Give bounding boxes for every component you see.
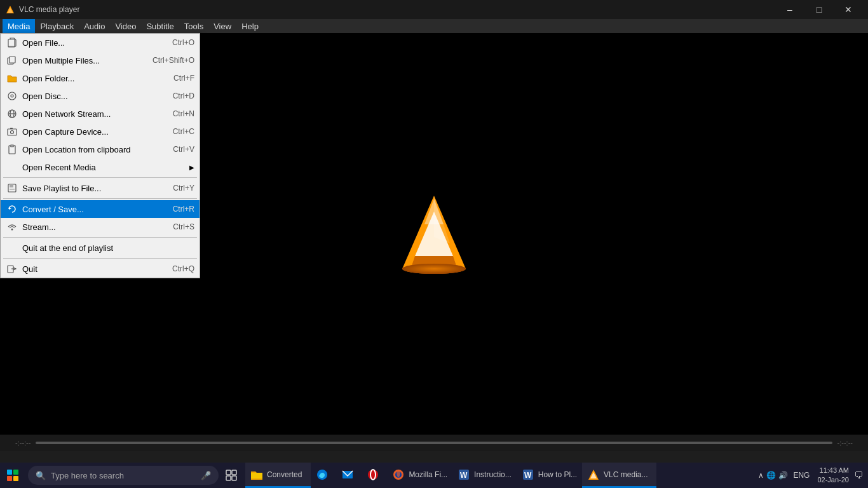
menu-item-open-multiple[interactable]: Open Multiple Files... Ctrl+Shift+O xyxy=(1,51,200,69)
search-placeholder: Type here to search xyxy=(51,471,196,480)
menu-help[interactable]: Help xyxy=(236,19,264,33)
svg-marker-28 xyxy=(434,196,450,243)
separator-2 xyxy=(3,198,197,199)
open-file-icon xyxy=(6,36,18,49)
taskbar-app-how-to[interactable]: W How to Pl... xyxy=(517,463,582,488)
vlc-app-label: VLC media... xyxy=(604,470,648,479)
svg-rect-32 xyxy=(232,476,236,480)
word2-icon: W xyxy=(522,468,534,481)
separator-1 xyxy=(3,177,197,178)
menu-item-open-recent[interactable]: Open Recent Media ▶ xyxy=(1,158,200,176)
title-bar-title: VLC media player xyxy=(19,5,79,14)
vlc-title-icon xyxy=(5,4,15,15)
task-view-icon xyxy=(226,470,237,481)
tray-clock[interactable]: 11:43 AM 02-Jan-20 xyxy=(815,466,851,485)
mail-icon xyxy=(341,468,354,481)
svg-point-27 xyxy=(402,264,466,274)
title-bar-left: VLC media player xyxy=(5,4,79,15)
svg-point-19 xyxy=(11,229,13,231)
opera-icon xyxy=(367,468,379,481)
notification-icon[interactable]: 🗨 xyxy=(854,470,863,480)
menu-playback[interactable]: Playback xyxy=(35,19,79,33)
close-button[interactable]: ✕ xyxy=(834,0,863,19)
open-recent-icon xyxy=(6,161,18,173)
svg-text:W: W xyxy=(460,471,468,480)
time-elapsed: -:--:-- xyxy=(15,439,31,447)
maximize-button[interactable]: □ xyxy=(804,0,834,19)
open-multiple-icon xyxy=(6,54,18,67)
menu-tools[interactable]: Tools xyxy=(179,19,208,33)
tray-sound-icon[interactable]: 🔊 xyxy=(778,471,788,480)
taskbar-search[interactable]: 🔍 Type here to search 🎤 xyxy=(28,466,219,485)
taskbar: 🔍 Type here to search 🎤 Converted xyxy=(0,463,868,488)
quit-icon xyxy=(6,262,18,275)
taskbar-app-instruction[interactable]: W Instructio... xyxy=(452,463,517,488)
taskbar-app-converted[interactable]: Converted xyxy=(245,463,311,488)
menu-media[interactable]: Media xyxy=(3,19,35,33)
taskbar-app-opera[interactable] xyxy=(362,463,387,488)
firefox-icon xyxy=(392,468,405,481)
svg-rect-12 xyxy=(10,128,13,129)
edge-icon xyxy=(316,468,329,481)
svg-point-5 xyxy=(8,92,16,100)
svg-rect-16 xyxy=(10,184,13,187)
time-remaining: -:--:-- xyxy=(837,439,853,447)
open-disc-icon xyxy=(6,90,18,102)
open-capture-icon xyxy=(6,125,18,138)
tray-up-arrow[interactable]: ∧ xyxy=(758,471,764,480)
taskbar-app-edge[interactable] xyxy=(311,463,336,488)
svg-point-11 xyxy=(11,131,14,134)
task-view-button[interactable] xyxy=(219,463,244,488)
menu-item-stream[interactable]: Stream... Ctrl+S xyxy=(1,218,200,236)
file-explorer-icon xyxy=(250,468,263,481)
tray-network-icon[interactable]: 🌐 xyxy=(766,471,776,480)
menu-view[interactable]: View xyxy=(208,19,236,33)
menu-item-quit[interactable]: Quit Ctrl+Q xyxy=(1,260,200,278)
menu-item-convert-save[interactable]: Convert / Save... Ctrl+R xyxy=(1,200,200,218)
menu-video[interactable]: Video xyxy=(110,19,141,33)
seek-bar-area: -:--:-- -:--:-- xyxy=(0,435,868,451)
tray-language[interactable]: ENG xyxy=(790,471,812,480)
menu-item-quit-end[interactable]: Quit at the end of playlist xyxy=(1,239,200,257)
vlc-taskbar-icon xyxy=(587,468,600,481)
instruction-app-label: Instructio... xyxy=(474,470,512,479)
menu-audio[interactable]: Audio xyxy=(79,19,110,33)
convert-save-icon xyxy=(6,203,18,215)
menu-item-open-folder[interactable]: Open Folder... Ctrl+F xyxy=(1,69,200,87)
quit-end-icon xyxy=(6,241,18,254)
system-tray: ∧ 🌐 🔊 ENG 11:43 AM 02-Jan-20 🗨 xyxy=(753,466,868,485)
menu-item-open-file[interactable]: Open File... Ctrl+O xyxy=(1,34,200,51)
svg-point-34 xyxy=(368,470,378,480)
menu-item-save-playlist[interactable]: Save Playlist to File... Ctrl+Y xyxy=(1,179,200,197)
svg-rect-31 xyxy=(226,476,231,480)
minimize-button[interactable]: – xyxy=(775,0,804,19)
title-bar: VLC media player – □ ✕ xyxy=(0,0,868,19)
separator-3 xyxy=(3,237,197,238)
taskbar-app-vlc[interactable]: VLC media... xyxy=(582,463,656,488)
open-clipboard-icon xyxy=(6,143,18,156)
microphone-icon[interactable]: 🎤 xyxy=(201,471,211,480)
svg-rect-29 xyxy=(226,470,231,475)
seek-track[interactable] xyxy=(36,442,832,444)
menu-item-open-clipboard[interactable]: Open Location from clipboard Ctrl+V xyxy=(1,140,200,158)
menu-item-open-network[interactable]: Open Network Stream... Ctrl+N xyxy=(1,105,200,123)
menu-subtitle[interactable]: Subtitle xyxy=(141,19,179,33)
search-icon: 🔍 xyxy=(36,471,46,480)
windows-logo xyxy=(7,470,18,481)
separator-4 xyxy=(3,258,197,259)
vlc-cone xyxy=(396,193,472,275)
title-bar-controls: – □ ✕ xyxy=(775,0,863,19)
menu-bar: Media Playback Audio Video Subtitle Tool… xyxy=(0,19,868,33)
svg-rect-30 xyxy=(232,470,236,475)
taskbar-app-mozilla[interactable]: Mozilla Fi... xyxy=(387,463,452,488)
start-button[interactable] xyxy=(0,463,25,488)
svg-rect-17 xyxy=(10,189,15,190)
menu-item-open-capture[interactable]: Open Capture Device... Ctrl+C xyxy=(1,123,200,140)
word-icon: W xyxy=(458,468,470,481)
open-recent-arrow: ▶ xyxy=(189,164,194,171)
stream-icon xyxy=(6,220,18,233)
menu-item-open-disc[interactable]: Open Disc... Ctrl+D xyxy=(1,87,200,105)
taskbar-app-mail[interactable] xyxy=(336,463,362,488)
mozilla-app-label: Mozilla Fi... xyxy=(409,470,447,479)
svg-rect-14 xyxy=(10,145,14,147)
